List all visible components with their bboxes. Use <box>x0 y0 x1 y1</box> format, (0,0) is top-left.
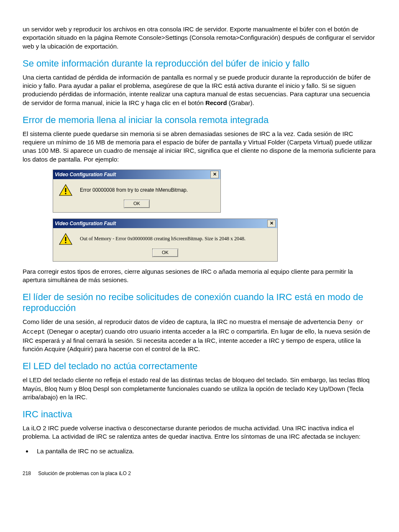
section1-text-post: (Grabar). <box>227 99 254 106</box>
section2-paragraph1: El sistema cliente puede quedarse sin me… <box>23 130 376 164</box>
section1-paragraph: Una cierta cantidad de pérdida de inform… <box>23 73 376 107</box>
record-bold: Record <box>205 99 227 106</box>
symptom-list: La pantalla de IRC no se actualiza. <box>23 447 376 455</box>
section-heading-2: Error de memoria llena al iniciar la con… <box>23 115 376 126</box>
section1-text-pre: Una cierta cantidad de pérdida de inform… <box>23 74 371 106</box>
dialog2-message: Out of Memory - Error 0x00000008 creatin… <box>80 236 246 242</box>
dialog1-titlebar: Video Configuration Fault ✕ <box>53 170 220 179</box>
svg-rect-1 <box>65 188 66 192</box>
section-heading-5: IRC inactiva <box>23 409 376 420</box>
section2-paragraph2: Para corregir estos tipos de errores, ci… <box>23 267 376 285</box>
warning-icon <box>59 184 72 196</box>
page-number: 218 <box>23 470 37 476</box>
section3-text-post: (Denegar o aceptar) cuando otro usuario … <box>23 328 370 353</box>
section-heading-1: Se omite información durante la reproduc… <box>23 58 376 69</box>
dialog2-title: Video Configuration Fault <box>55 221 116 226</box>
error-dialog-1: Video Configuration Fault ✕ Error 000000… <box>53 170 221 213</box>
section3-text-pre: Como líder de una sesión, al reproducir … <box>23 318 338 325</box>
section-heading-3: El líder de sesión no recibe solicitudes… <box>23 292 376 314</box>
ok-button[interactable]: OK <box>152 249 178 257</box>
svg-rect-5 <box>65 242 66 243</box>
svg-rect-2 <box>65 193 66 194</box>
ok-button[interactable]: OK <box>124 200 150 208</box>
dialog2-button-row: OK <box>53 248 277 261</box>
warning-icon <box>59 233 72 245</box>
list-item: La pantalla de IRC no se actualiza. <box>33 447 376 455</box>
dialog2-client: Out of Memory - Error 0x00000008 creatin… <box>53 228 277 248</box>
dialog1-client: Error 00000008 from try to create hMenuB… <box>53 179 220 199</box>
dialog1-message: Error 00000008 from try to create hMenuB… <box>80 187 188 193</box>
section5-paragraph: La iLO 2 IRC puede volverse inactiva o d… <box>23 424 376 441</box>
error-dialog-2: Video Configuration Fault ✕ Out of Memor… <box>53 218 278 262</box>
footer-title: Solución de problemas con la placa iLO 2 <box>38 470 130 476</box>
section4-paragraph: el LED del teclado cliente no refleja el… <box>23 376 376 401</box>
section3-paragraph: Como líder de una sesión, al reproducir … <box>23 318 376 353</box>
page-footer: 218 Solución de problemas con la placa i… <box>23 470 376 476</box>
dialog2-titlebar: Video Configuration Fault ✕ <box>53 219 277 228</box>
dialog1-title: Video Configuration Fault <box>55 172 116 177</box>
intro-paragraph: un servidor web y reproducir los archivo… <box>23 25 376 51</box>
svg-rect-4 <box>65 237 66 241</box>
close-icon[interactable]: ✕ <box>210 171 219 178</box>
document-page: un servidor web y reproducir los archivo… <box>0 0 399 493</box>
section-heading-4: El LED del teclado no actúa correctament… <box>23 361 376 372</box>
dialog1-button-row: OK <box>53 199 220 212</box>
close-icon[interactable]: ✕ <box>267 220 276 227</box>
